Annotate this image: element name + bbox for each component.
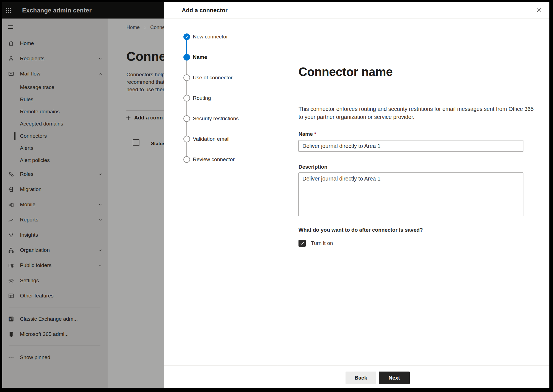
step-upcoming-icon (183, 74, 190, 81)
close-icon (536, 7, 542, 14)
checkmark-icon (300, 241, 305, 246)
wizard-step-label: Use of connector (193, 75, 233, 81)
step-connector-line (186, 101, 187, 115)
wizard-step-name: Name (183, 54, 278, 61)
close-button[interactable] (533, 5, 544, 16)
dialog-footer: Back Next (164, 365, 549, 388)
description-textarea[interactable]: Deliver journal directly to Area 1 (298, 173, 523, 216)
dialog-title: Add a connector (182, 7, 228, 14)
wizard-step-label: Name (193, 54, 207, 60)
after-save-question: What do you want to do after connector i… (298, 227, 423, 233)
wizard-step-validation-email: Validation email (183, 136, 278, 142)
step-connector-line (186, 40, 187, 54)
step-upcoming-icon (183, 95, 190, 101)
step-connector-line (186, 61, 187, 74)
wizard-steps: New connectorNameUse of connectorRouting… (164, 19, 278, 365)
content-description: This connector enforces routing and secu… (298, 105, 534, 121)
wizard-step-new-connector: New connector (183, 33, 278, 40)
next-button[interactable]: Next (379, 372, 410, 384)
wizard-content: Connector name This connector enforces r… (278, 19, 549, 365)
wizard-step-use-of-connector: Use of connector (183, 74, 278, 81)
turn-it-on-label: Turn it on (311, 240, 333, 246)
step-upcoming-icon (183, 136, 190, 142)
required-marker: * (314, 131, 316, 137)
wizard-step-label: Security restrictions (193, 116, 239, 122)
add-connector-dialog: Add a connector New connectorNameUse of … (164, 2, 549, 388)
step-upcoming-icon (183, 156, 190, 163)
step-upcoming-icon (183, 115, 190, 122)
wizard-step-review-connector: Review connector (183, 156, 278, 163)
screenshot-frame: Exchange admin center HomeRecipientsMail… (0, 0, 553, 392)
dialog-body: New connectorNameUse of connectorRouting… (164, 19, 549, 365)
name-label: Name* (298, 131, 316, 137)
content-heading: Connector name (298, 65, 393, 79)
wizard-step-label: Review connector (193, 156, 235, 163)
wizard-step-security-restrictions: Security restrictions (183, 115, 278, 122)
description-label: Description (298, 164, 328, 170)
name-input[interactable] (298, 140, 523, 152)
wizard-step-label: Validation email (193, 136, 230, 142)
turn-it-on-checkbox[interactable] (298, 240, 306, 247)
step-connector-line (186, 122, 187, 136)
back-button[interactable]: Back (346, 372, 376, 384)
step-connector-line (186, 81, 187, 95)
step-current-icon (183, 54, 190, 61)
wizard-step-label: Routing (193, 95, 211, 101)
turn-it-on-row: Turn it on (298, 240, 333, 247)
app-window: Exchange admin center HomeRecipientsMail… (2, 2, 549, 388)
step-connector-line (186, 142, 187, 156)
dialog-header: Add a connector (164, 2, 549, 19)
wizard-step-routing: Routing (183, 95, 278, 101)
wizard-step-label: New connector (193, 34, 228, 40)
step-completed-icon (183, 33, 190, 40)
